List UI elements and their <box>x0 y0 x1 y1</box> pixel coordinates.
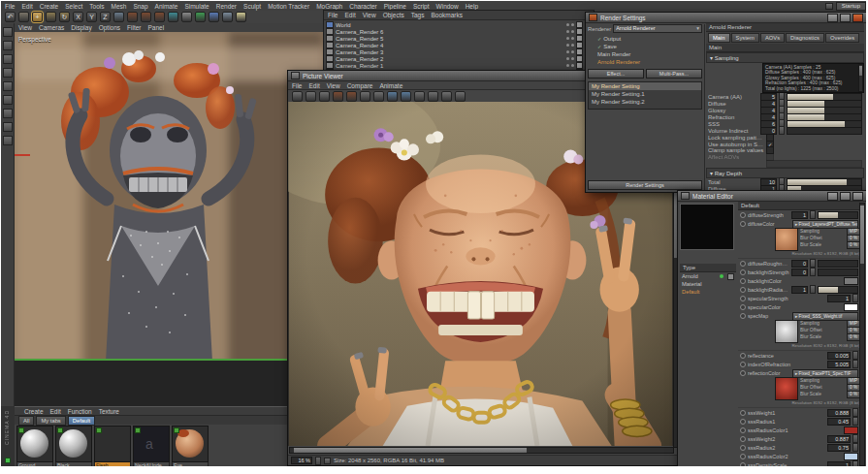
param-stepper[interactable] <box>810 259 816 268</box>
om-menu-file[interactable]: File <box>328 12 338 18</box>
viewport-menu-view[interactable]: View <box>18 24 32 31</box>
live-selection-icon[interactable] <box>18 12 29 22</box>
render-settings-button[interactable] <box>154 12 165 22</box>
object-row[interactable]: Camera_Render 2 <box>324 55 594 62</box>
compare-ab-horizontal-icon[interactable] <box>333 91 343 102</box>
open-file-icon[interactable] <box>292 91 303 102</box>
mm-tab-all[interactable]: All <box>18 416 34 426</box>
object-row[interactable]: Camera_Render 4 <box>324 42 594 48</box>
rs-tab-overrides[interactable]: Overrides <box>825 33 859 43</box>
port-icon[interactable] <box>740 462 746 467</box>
render-settings-window[interactable]: Render Settings Renderer Arnold Renderer… <box>585 12 866 193</box>
viewport-menu-cameras[interactable]: Cameras <box>39 24 64 31</box>
param-stepper[interactable] <box>852 417 858 426</box>
rs-tab-diagnostics[interactable]: Diagnostics <box>786 33 824 43</box>
object-row[interactable]: Camera_Render 3 <box>324 48 594 55</box>
points-mode-icon[interactable] <box>3 81 13 91</box>
material-item[interactable]: Eye <box>172 426 209 466</box>
visibility-dot[interactable] <box>566 50 569 53</box>
pv-zoom-field[interactable]: 16 % <box>291 457 312 464</box>
texture-thumbnail[interactable] <box>775 228 798 251</box>
material-editor-scrollbar[interactable] <box>859 203 865 466</box>
multipass-button[interactable]: Multi-Pass... <box>646 69 702 79</box>
color-swatch[interactable] <box>844 277 858 285</box>
material-item[interactable]: aNeck&Underwear <box>133 426 170 466</box>
om-menu-bookmarks[interactable]: Bookmarks <box>431 12 463 18</box>
param-stepper[interactable] <box>852 351 858 360</box>
port-icon[interactable] <box>740 304 746 310</box>
pv-horizontal-scrollbar[interactable] <box>289 447 674 454</box>
visibility-dot[interactable] <box>566 23 569 26</box>
mm-menu-create[interactable]: Create <box>24 408 44 415</box>
material-item[interactable]: Flesh <box>94 426 131 466</box>
param-stepper[interactable] <box>852 434 858 443</box>
param-stepper[interactable] <box>810 210 816 219</box>
menu-help[interactable]: Help <box>466 3 478 10</box>
sampling-group[interactable]: ▾ Sampling <box>706 52 864 63</box>
menu-animate[interactable]: Animate <box>155 3 178 10</box>
port-icon[interactable] <box>740 370 746 376</box>
viewport-menu-panel[interactable]: Panel <box>148 24 165 31</box>
viewport-menu-display[interactable]: Display <box>71 24 91 31</box>
texture-tag-icon[interactable] <box>576 28 583 35</box>
menu-script[interactable]: Script <box>413 3 430 10</box>
visibility-dot[interactable] <box>566 37 569 40</box>
menu-file[interactable]: File <box>5 3 15 10</box>
polygons-mode-icon[interactable] <box>3 109 13 118</box>
ray-depth-group[interactable]: ▾ Ray Depth <box>706 168 864 178</box>
set-image-a-icon[interactable] <box>360 91 370 102</box>
texture-thumbnail[interactable] <box>775 320 798 343</box>
mm-tab-my-tabs[interactable]: My tabs <box>36 416 65 426</box>
port-icon[interactable] <box>740 296 746 301</box>
make-editable-icon[interactable] <box>3 27 13 37</box>
node-visibility-icon[interactable] <box>727 273 734 280</box>
material-editor-titlebar[interactable]: Material Editor <box>678 191 866 202</box>
texture-thumbnail[interactable] <box>775 377 798 400</box>
menu-mograph[interactable]: MoGraph <box>316 3 342 10</box>
workplane-icon[interactable] <box>3 68 13 78</box>
om-menu-edit[interactable]: Edit <box>344 12 355 18</box>
save-image-icon[interactable] <box>305 91 316 102</box>
renderer-dropdown[interactable]: Arnold Renderer ▾ <box>613 24 702 33</box>
render-visibility-dot[interactable] <box>571 50 574 53</box>
coordinate-system-button[interactable] <box>113 12 124 22</box>
histogram-icon[interactable] <box>401 91 411 102</box>
om-menu-objects[interactable]: Objects <box>383 12 404 18</box>
param-value-field[interactable]: 0 <box>791 269 808 276</box>
mm-menu-texture[interactable]: Texture <box>99 408 119 415</box>
texture-mode-icon[interactable] <box>3 54 13 64</box>
menu-snap[interactable]: Snap <box>133 3 147 10</box>
mm-menu-function[interactable]: Function <box>68 408 92 415</box>
minimize-button[interactable] <box>827 14 838 22</box>
param-slider[interactable] <box>787 127 862 135</box>
color-swatch[interactable] <box>844 453 858 460</box>
render-visibility-dot[interactable] <box>571 57 574 60</box>
viewport-filter-icon[interactable] <box>3 136 13 145</box>
mm-menu-edit[interactable]: Edit <box>50 408 61 415</box>
port-icon[interactable] <box>740 454 746 459</box>
param-value-field[interactable]: 0.887 <box>827 435 851 443</box>
menu-pipeline[interactable]: Pipeline <box>384 3 406 10</box>
render-picture-viewer-button[interactable] <box>141 12 151 22</box>
pv-menu-edit[interactable]: Edit <box>308 82 319 89</box>
param-slider[interactable] <box>818 286 858 294</box>
max-value-field[interactable] <box>766 160 862 168</box>
menu-select[interactable]: Select <box>65 3 82 10</box>
rs-tab-aovs[interactable]: AOVs <box>760 33 785 43</box>
blur-scale-field[interactable]: 0 % <box>847 391 860 398</box>
texture-tag-icon[interactable] <box>576 35 583 42</box>
param-stepper[interactable] <box>852 460 858 466</box>
param-value-field[interactable]: 0 <box>791 260 808 268</box>
param-stepper[interactable] <box>810 285 816 294</box>
layout-grid-icon[interactable] <box>825 3 833 10</box>
copy-image-icon[interactable] <box>319 91 330 102</box>
shader-node-material[interactable]: Material <box>680 280 736 288</box>
param-stepper[interactable] <box>852 443 858 452</box>
menu-edit[interactable]: Edit <box>21 3 32 10</box>
visibility-dot[interactable] <box>566 64 569 67</box>
object-row[interactable]: Camera_Render 5 <box>324 35 594 42</box>
material-thumbnail[interactable]: a <box>133 426 170 462</box>
render-visibility-dot[interactable] <box>571 37 574 40</box>
port-icon[interactable] <box>740 313 746 319</box>
material-item[interactable]: Black <box>55 426 92 466</box>
